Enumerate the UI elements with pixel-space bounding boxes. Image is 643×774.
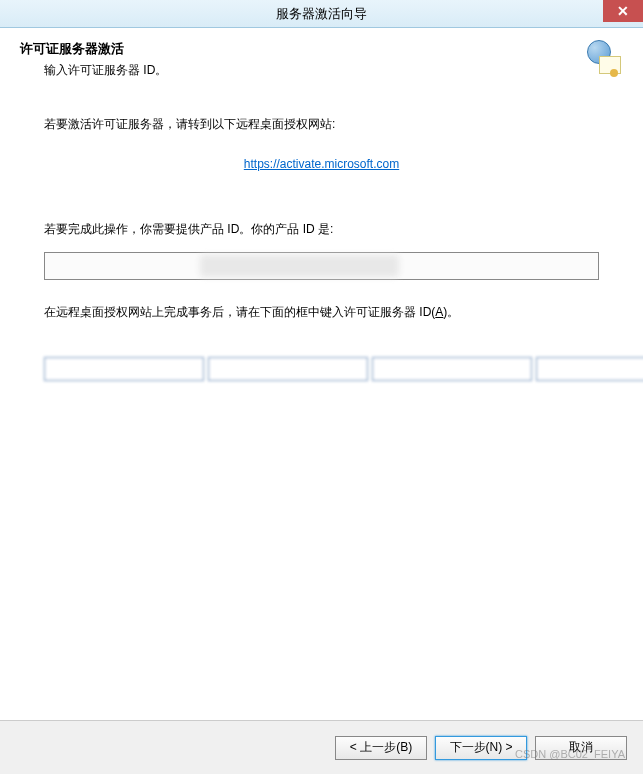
wizard-content: 许可证服务器激活 输入许可证服务器 ID。 若要激活许可证服务器，请转到以下远程… xyxy=(0,28,643,718)
close-icon: ✕ xyxy=(617,3,629,19)
header-row: 许可证服务器激活 输入许可证服务器 ID。 xyxy=(20,40,623,80)
close-button[interactable]: ✕ xyxy=(603,0,643,22)
instruction-post: )。 xyxy=(443,305,459,319)
instruction-activate: 若要激活许可证服务器，请转到以下远程桌面授权网站: xyxy=(44,116,599,133)
server-id-inputs xyxy=(44,357,599,381)
wizard-icon xyxy=(583,40,623,80)
titlebar: 服务器激活向导 ✕ xyxy=(0,0,643,28)
page-subheading: 输入许可证服务器 ID。 xyxy=(44,62,583,79)
body: 若要激活许可证服务器，请转到以下远程桌面授权网站: https://activa… xyxy=(20,116,623,381)
header-text: 许可证服务器激活 输入许可证服务器 ID。 xyxy=(20,40,583,79)
activation-link[interactable]: https://activate.microsoft.com xyxy=(244,157,399,171)
server-id-instruction: 在远程桌面授权网站上完成事务后，请在下面的框中键入许可证服务器 ID(A)。 xyxy=(44,304,599,321)
id-segment-3[interactable] xyxy=(372,357,532,381)
back-button[interactable]: < 上一步(B) xyxy=(335,736,427,760)
id-segment-2[interactable] xyxy=(208,357,368,381)
redacted-product-id xyxy=(200,255,399,277)
product-id-display xyxy=(44,252,599,280)
id-segment-1[interactable] xyxy=(44,357,204,381)
wizard-footer: < 上一步(B) 下一步(N) > 取消 CSDN @BC02_FEIYA xyxy=(0,720,643,774)
product-id-label: 若要完成此操作，你需要提供产品 ID。你的产品 ID 是: xyxy=(44,221,599,238)
page-heading: 许可证服务器激活 xyxy=(20,40,583,58)
next-button[interactable]: 下一步(N) > xyxy=(435,736,527,760)
window-title: 服务器激活向导 xyxy=(276,5,367,23)
id-segment-4[interactable] xyxy=(536,357,643,381)
certificate-icon xyxy=(599,56,621,74)
instruction-pre: 在远程桌面授权网站上完成事务后，请在下面的框中键入许可证服务器 ID( xyxy=(44,305,435,319)
cancel-button[interactable]: 取消 xyxy=(535,736,627,760)
link-row: https://activate.microsoft.com xyxy=(44,157,599,171)
